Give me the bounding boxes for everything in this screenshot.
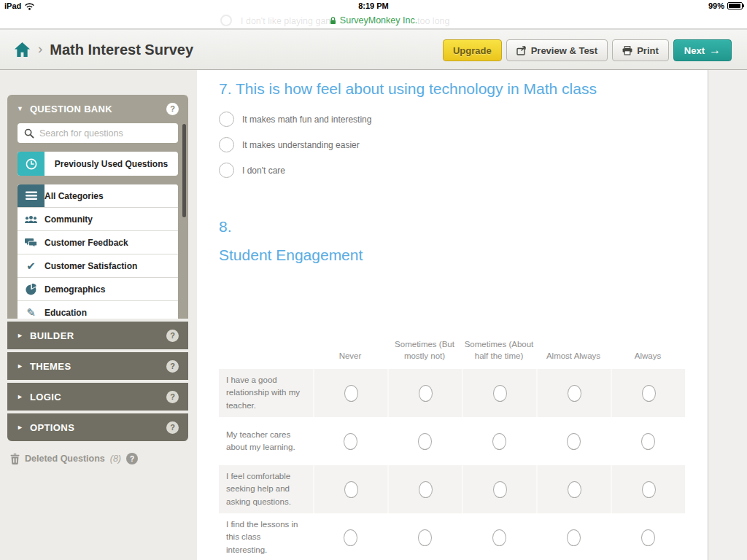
section-label: LOGIC <box>30 392 160 402</box>
radio-button[interactable] <box>219 112 234 127</box>
trash-icon <box>10 454 20 464</box>
matrix-cell <box>313 369 387 417</box>
matrix-cell <box>313 417 387 465</box>
speech-bubbles-icon <box>18 231 44 254</box>
matrix-row: I have a good relationship with my teach… <box>219 369 685 417</box>
radio-button[interactable] <box>492 433 506 450</box>
radio-button[interactable] <box>493 481 507 498</box>
share-icon <box>516 46 527 55</box>
category-item-customer-feedback[interactable]: Customer Feedback <box>18 231 178 254</box>
help-icon[interactable]: ? <box>166 360 179 373</box>
question-8-title[interactable]: Student Engagement <box>219 246 363 264</box>
matrix-column-header: Always <box>611 350 685 369</box>
matrix-cell <box>611 369 685 417</box>
matrix-cell <box>387 465 462 513</box>
radio-button[interactable] <box>418 433 432 450</box>
matrix-cell <box>536 465 611 513</box>
answer-option-label: It makes understanding easier <box>242 140 360 150</box>
radio-button[interactable] <box>492 529 506 546</box>
preview-test-button-label: Preview & Test <box>531 45 598 56</box>
status-bar: iPad 8:19 PM 99% <box>0 0 747 13</box>
address-bar[interactable]: SurveyMonkey Inc. <box>0 15 747 26</box>
header-buttons: Upgrade Preview & Test Print Next → <box>443 39 732 61</box>
answer-option-label: It makes math fun and interesting <box>242 114 371 125</box>
answer-option[interactable]: It makes math fun and interesting <box>219 112 371 127</box>
section-builder[interactable]: ► BUILDER ? <box>7 322 188 349</box>
expand-icon: ► <box>17 363 23 370</box>
category-item-customer-satisfaction[interactable]: ✔ Customer Satisfaction <box>18 254 178 278</box>
matrix-cell <box>536 513 611 560</box>
matrix-header-spacer <box>219 362 313 369</box>
help-icon[interactable]: ? <box>166 103 179 115</box>
clock-icon <box>18 152 44 176</box>
category-item-education[interactable]: ✎ Education <box>18 301 178 319</box>
radio-button[interactable] <box>344 481 358 498</box>
radio-button[interactable] <box>642 385 656 402</box>
body-area: 7. This is how feel about using technolo… <box>0 70 747 560</box>
answer-option[interactable]: It makes understanding easier <box>219 137 371 152</box>
expand-icon: ► <box>17 424 23 431</box>
section-logic[interactable]: ► LOGIC ? <box>7 383 188 411</box>
sidebar: ▼ QUESTION BANK ? <box>7 95 188 464</box>
radio-button[interactable] <box>493 385 507 402</box>
clock-label: 8:19 PM <box>0 1 747 10</box>
previously-used-questions-item[interactable]: Previously Used Questions <box>18 152 178 176</box>
radio-button[interactable] <box>419 481 433 498</box>
search-icon <box>24 128 34 139</box>
app-header: › Math Interest Survey Upgrade Preview &… <box>0 29 747 70</box>
question-8-matrix: Never Sometimes (But mostly not) Sometim… <box>219 324 685 560</box>
radio-button[interactable] <box>641 433 655 450</box>
matrix-cell <box>462 513 536 560</box>
radio-button[interactable] <box>419 385 433 402</box>
matrix-row-label: I feel comfortable seeking help and aski… <box>219 465 313 513</box>
radio-button[interactable] <box>568 385 581 402</box>
radio-button[interactable] <box>344 529 357 546</box>
preview-test-button[interactable]: Preview & Test <box>506 39 608 61</box>
section-options[interactable]: ► OPTIONS ? <box>7 413 188 441</box>
radio-button[interactable] <box>219 137 234 152</box>
radio-button[interactable] <box>418 529 432 546</box>
category-item-demographics[interactable]: Demographics <box>18 278 178 301</box>
home-icon[interactable] <box>14 42 31 58</box>
radio-button[interactable] <box>219 163 234 178</box>
screen: iPad 8:19 PM 99% I don't like playing ga… <box>0 0 747 560</box>
print-button[interactable]: Print <box>612 39 669 61</box>
deleted-questions[interactable]: Deleted Questions (8) ? <box>7 453 188 464</box>
category-label: Customer Feedback <box>44 238 128 248</box>
matrix-cell <box>313 465 387 513</box>
section-themes[interactable]: ► THEMES ? <box>7 352 188 380</box>
category-item-all-categories[interactable]: All Categories <box>18 184 178 208</box>
radio-button[interactable] <box>642 481 656 498</box>
matrix-cell <box>462 369 536 417</box>
next-button[interactable]: Next → <box>673 39 732 61</box>
url-strip: I don't like playing gam too long Survey… <box>0 13 747 29</box>
radio-button[interactable] <box>567 529 581 546</box>
matrix-cell <box>387 417 462 465</box>
question-8-number[interactable]: 8. <box>219 218 232 236</box>
help-icon[interactable]: ? <box>166 330 179 342</box>
question-7-title[interactable]: 7. This is how feel about using technolo… <box>219 80 597 98</box>
radio-button[interactable] <box>344 385 358 402</box>
section-label: BUILDER <box>30 330 160 341</box>
battery-fill <box>729 4 740 8</box>
radio-button[interactable] <box>567 433 581 450</box>
matrix-row-label: I have a good relationship with my teach… <box>219 369 313 417</box>
upgrade-button[interactable]: Upgrade <box>443 39 502 61</box>
matrix-cell <box>611 465 685 513</box>
site-name-label: SurveyMonkey Inc. <box>340 15 417 26</box>
previously-used-questions-label: Previously Used Questions <box>44 152 178 176</box>
matrix-cell <box>387 513 462 560</box>
category-label: All Categories <box>44 191 104 201</box>
answer-option[interactable]: I don't care <box>219 163 371 178</box>
radio-button[interactable] <box>641 529 655 546</box>
radio-button[interactable] <box>344 433 357 450</box>
search-input[interactable] <box>39 128 171 139</box>
question-bank-header[interactable]: ▼ QUESTION BANK ? <box>7 95 188 122</box>
category-item-community[interactable]: Community <box>18 208 178 231</box>
sidebar-scrollbar-thumb[interactable] <box>182 124 186 217</box>
help-icon[interactable]: ? <box>166 391 179 403</box>
deleted-questions-label: Deleted Questions <box>25 454 105 464</box>
help-icon[interactable]: ? <box>126 453 138 464</box>
help-icon[interactable]: ? <box>166 421 179 434</box>
radio-button[interactable] <box>568 481 581 498</box>
